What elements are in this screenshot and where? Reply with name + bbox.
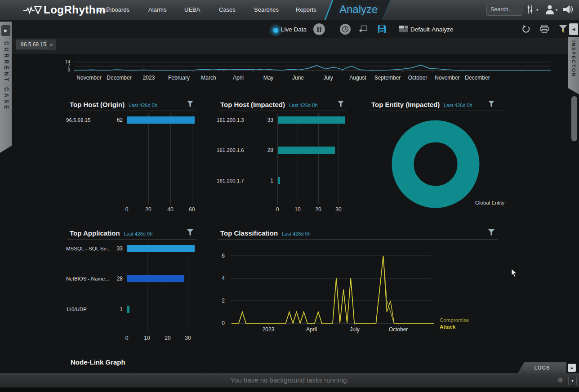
y-axis-tick-label: 6 xyxy=(218,253,225,259)
bar-value-label: 1 xyxy=(102,306,123,313)
divider xyxy=(369,111,505,111)
grid-line xyxy=(148,113,149,205)
bar[interactable] xyxy=(278,147,335,154)
inspector-label: INSPECTOR xyxy=(571,40,576,77)
clock-icon xyxy=(342,26,348,32)
analyze-dashboard: LogRhythm™ Dashboards Alarms UEBA Cases … xyxy=(0,0,579,392)
grid-line xyxy=(168,241,168,333)
x-axis-tick-label: 10 xyxy=(291,206,304,213)
user-icon[interactable] xyxy=(545,4,555,15)
x-axis-tick-label: 30 xyxy=(181,335,195,341)
search-input[interactable]: Search... xyxy=(486,4,522,16)
add-widget-icon[interactable] xyxy=(359,25,367,33)
filter-icon[interactable] xyxy=(559,25,567,33)
bar[interactable] xyxy=(127,275,184,282)
x-axis-tick-label: 10 xyxy=(140,335,154,341)
pause-button[interactable] xyxy=(313,23,325,35)
bar[interactable] xyxy=(278,177,280,184)
filter-icon[interactable] xyxy=(488,229,494,236)
grid-line xyxy=(127,113,127,205)
top-navbar: LogRhythm™ Dashboards Alarms UEBA Cases … xyxy=(0,0,579,20)
bar[interactable] xyxy=(127,116,195,124)
logs-panel-tab[interactable]: LOGS xyxy=(518,362,566,373)
x-axis-tick-label: 2023 xyxy=(250,326,286,333)
entity-donut-ring[interactable] xyxy=(403,131,468,197)
refresh-icon[interactable] xyxy=(521,25,530,33)
time-range-label: Last 426d 0h xyxy=(124,231,153,236)
inspector-tab[interactable]: INSPECTOR xyxy=(568,37,579,94)
y-axis-tick-label: 4 xyxy=(218,275,225,281)
bar[interactable] xyxy=(278,116,345,124)
x-axis-tick-label: 0 xyxy=(120,206,134,213)
legend-item: Compromise xyxy=(440,317,469,323)
live-data-label: Live Data xyxy=(281,26,307,33)
month-label: December xyxy=(457,75,498,81)
bottom-edge xyxy=(0,388,579,392)
filter-icon[interactable] xyxy=(488,101,494,107)
grid-line xyxy=(188,241,188,333)
x-axis-tick-label: July xyxy=(337,326,373,333)
current-case-label: CURRENT CASE xyxy=(3,41,9,111)
save-icon[interactable] xyxy=(378,25,386,33)
divider xyxy=(218,111,347,111)
x-axis-tick-label: 0 xyxy=(271,206,284,213)
x-axis-tick-label: 20 xyxy=(161,335,174,341)
bar-category-label: 161.200.1.6 xyxy=(217,147,244,154)
nav-item-dashboards[interactable]: Dashboards xyxy=(98,6,129,13)
x-axis-tick-label: April xyxy=(294,326,330,333)
donut-slice-label: Global Entity xyxy=(475,200,504,205)
panel-title: Top Application xyxy=(70,229,120,237)
megaphone-icon[interactable] xyxy=(563,5,574,14)
node-link-graph-title: Node-Link Graph xyxy=(71,358,125,366)
layout-icon[interactable] xyxy=(399,26,408,32)
y-axis-tick-label: 2 xyxy=(218,298,225,304)
y-axis-tick-label: 14 xyxy=(58,59,70,64)
vertical-scrollbar-thumb[interactable] xyxy=(571,96,577,141)
panel-header-top-host-impacted: Top Host (Impacted) Last 426d 0h xyxy=(220,101,318,108)
bar[interactable] xyxy=(127,306,129,313)
grid-line xyxy=(318,113,319,205)
layout-selector[interactable]: Default-Analyze xyxy=(410,26,453,33)
bar-value-label: 28 xyxy=(253,147,273,154)
nav-item-cases[interactable]: Cases xyxy=(219,6,236,13)
divider xyxy=(218,239,498,240)
grid-line xyxy=(147,241,147,333)
print-icon[interactable] xyxy=(540,25,549,33)
chevron-down-icon[interactable]: ▾ xyxy=(556,8,558,12)
live-data-indicator[interactable] xyxy=(272,27,279,34)
time-range-label: Last 426d 0h xyxy=(282,231,311,236)
close-icon[interactable]: ✕ xyxy=(46,40,56,50)
chevron-down-icon[interactable]: ▾ xyxy=(536,8,539,12)
bar-value-label: 28 xyxy=(102,275,123,282)
gear-icon[interactable]: ⚙ xyxy=(557,377,563,384)
panel-header-top-host-origin: Top Host (Origin) Last 426d 0h xyxy=(70,101,157,108)
filter-icon[interactable] xyxy=(338,101,344,107)
up-arrow-icon[interactable]: ▲ xyxy=(568,364,576,372)
nav-item-alarms[interactable]: Alarms xyxy=(148,6,166,13)
time-range-label: Last 426d 0h xyxy=(129,102,157,108)
nav-item-reports[interactable]: Reports xyxy=(296,6,316,13)
legend-item: Attack xyxy=(440,324,455,330)
nav-item-analyze-active[interactable]: Analyze xyxy=(339,3,378,16)
down-arrow-icon[interactable]: ▼ xyxy=(568,377,577,385)
filter-icon[interactable] xyxy=(187,229,193,236)
bar-value-label: 33 xyxy=(253,116,273,124)
background-tasks-bar: You have no background tasks running. xyxy=(0,373,579,388)
play-icon[interactable]: ▶ xyxy=(1,25,10,36)
bar[interactable] xyxy=(127,245,195,252)
entity-donut-chart[interactable] xyxy=(392,120,480,208)
sliders-icon[interactable] xyxy=(527,5,535,14)
filter-chip[interactable]: 96.5.69.15 xyxy=(16,40,51,49)
current-case-tab[interactable]: ▶ CURRENT CASE xyxy=(0,22,12,153)
x-axis-tick-label: 20 xyxy=(312,206,325,213)
x-axis-tick-label: 60 xyxy=(185,206,199,213)
nav-item-ueba[interactable]: UEBA xyxy=(184,6,200,13)
time-range-button[interactable] xyxy=(340,24,351,35)
grid-line xyxy=(277,113,278,205)
nav-item-searches[interactable]: Searches xyxy=(254,6,279,13)
grid-line xyxy=(338,113,339,205)
filter-icon[interactable] xyxy=(187,101,193,107)
bar-value-label: 1 xyxy=(253,177,273,184)
left-arrow-icon[interactable]: ◀ xyxy=(569,23,578,35)
divider xyxy=(67,111,196,111)
